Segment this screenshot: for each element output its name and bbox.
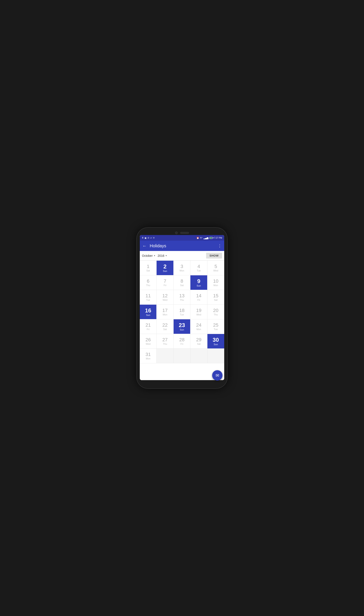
year-select[interactable]: 2016 — [158, 254, 164, 258]
calendar-day-number: 10 — [213, 279, 218, 284]
calendar-day-label: Sun — [214, 343, 218, 346]
calendar-day-label: Tue — [214, 328, 218, 330]
calendar-day-number: 29 — [196, 337, 201, 342]
table-row[interactable]: 28Fri — [174, 334, 190, 349]
table-row[interactable]: 5Wed — [208, 261, 224, 275]
calendar-day-number: 28 — [179, 337, 184, 342]
table-row[interactable]: 9Sun — [190, 275, 207, 290]
calendar-day-label: Sat — [146, 269, 150, 272]
table-row[interactable]: 1Sat — [140, 261, 156, 275]
page-title: Holidays — [150, 243, 218, 248]
table-row[interactable]: 29Sat — [190, 334, 207, 349]
calendar-day-label: Sun — [180, 328, 184, 331]
table-row[interactable]: 13Thu — [174, 290, 190, 305]
front-camera — [175, 232, 178, 234]
calendar-day-label: Tue — [146, 299, 150, 301]
network-type-icon: H⁺ — [200, 237, 202, 239]
table-row[interactable]: 23Sun — [174, 319, 190, 334]
table-row[interactable]: 21Fri — [140, 319, 156, 334]
calendar-day-label: Sat — [163, 328, 167, 330]
month-dropdown-arrow[interactable]: ▾ — [154, 254, 155, 257]
calendar-day-number: 7 — [164, 279, 166, 284]
calendar-day-number: 13 — [179, 293, 184, 298]
table-row — [190, 349, 207, 363]
image-icon: ▣ — [144, 237, 146, 239]
table-row — [174, 349, 190, 363]
signal-icon: ▂▄▆ — [204, 237, 208, 239]
phone-device: 𝕾 ▣ ✆ ↩ ☤ ⏰ H⁺ ▂▄▆ 7:27 PM ← Holidays ⋮ — [137, 228, 227, 388]
calendar-day-number: 11 — [145, 293, 151, 298]
overflow-menu-button[interactable]: ⋮ — [218, 243, 222, 248]
table-row[interactable]: 11Tue — [140, 290, 156, 305]
status-left-icons: 𝕾 ▣ ✆ ↩ ☤ — [142, 236, 155, 239]
calendar-day-label: Wed — [146, 342, 150, 345]
calendar-view: 1Sat2Sun3Mon4Tue5Wed6Thu7Fri8Sat9Sun10Mo… — [140, 260, 224, 380]
table-row[interactable]: 17Mon — [156, 305, 173, 319]
back-button[interactable]: ← — [142, 243, 147, 248]
table-row[interactable]: 12Wed — [156, 290, 173, 305]
calendar-day-label: Wed — [196, 313, 201, 316]
calendar-day-label: Wed — [213, 269, 218, 272]
calendar-day-label: Mon — [180, 269, 184, 272]
table-row[interactable]: 2Sun — [156, 261, 173, 275]
table-row[interactable]: 27Thu — [156, 334, 173, 349]
calendar-day-label: Sun — [197, 284, 201, 287]
calendar-day-number: 25 — [213, 323, 218, 328]
compose-icon: ✉ — [216, 373, 219, 378]
table-row[interactable]: 22Sat — [156, 319, 173, 334]
table-row[interactable]: 14Fri — [190, 290, 207, 305]
calendar-day-number: 4 — [197, 264, 200, 269]
show-button[interactable]: SHOW — [206, 253, 222, 259]
calendar-day-number: 26 — [145, 337, 151, 342]
table-row[interactable]: 26Wed — [140, 334, 156, 349]
month-select[interactable]: October — [142, 254, 153, 258]
calendar-day-number: 23 — [179, 322, 185, 328]
phone-screen: 𝕾 ▣ ✆ ↩ ☤ ⏰ H⁺ ▂▄▆ 7:27 PM ← Holidays ⋮ — [140, 235, 224, 380]
calendar-grid: 1Sat2Sun3Mon4Tue5Wed6Thu7Fri8Sat9Sun10Mo… — [140, 260, 224, 363]
calendar-day-number: 8 — [181, 279, 183, 284]
calendar-day-number: 20 — [213, 308, 218, 313]
table-row[interactable]: 30Sun — [208, 334, 224, 349]
calendar-day-label: Fri — [164, 284, 167, 287]
calendar-day-number: 2 — [163, 264, 167, 269]
time-display: 7:27 PM — [214, 237, 222, 239]
app-bar: ← Holidays ⋮ — [140, 241, 224, 251]
calendar-day-number: 3 — [181, 264, 183, 269]
table-row[interactable]: 20Thu — [208, 305, 224, 319]
earpiece-speaker — [180, 232, 189, 234]
table-row[interactable]: 15Sat — [208, 290, 224, 305]
table-row[interactable]: 6Thu — [140, 275, 156, 290]
table-row[interactable]: 10Mon — [208, 275, 224, 290]
table-row[interactable]: 8Sat — [174, 275, 190, 290]
status-right-area: ⏰ H⁺ ▂▄▆ 7:27 PM — [196, 237, 222, 239]
table-row[interactable]: 7Fri — [156, 275, 173, 290]
calendar-day-label: Thu — [146, 284, 150, 287]
android-icon: ☤ — [153, 237, 155, 239]
calendar-day-label: Mon — [146, 357, 150, 360]
calendar-day-number: 9 — [197, 278, 200, 284]
calendar-day-number: 31 — [145, 352, 151, 357]
table-row[interactable]: 24Mon — [190, 319, 207, 334]
calendar-day-label: Sun — [146, 314, 150, 316]
table-row[interactable]: 4Tue — [190, 261, 207, 275]
table-row[interactable]: 31Mon — [140, 349, 156, 363]
table-row[interactable]: 16Sun — [140, 305, 156, 319]
date-selector-row: October ▾ 2016 ▾ SHOW — [140, 251, 224, 260]
table-row[interactable]: 18Tue — [174, 305, 190, 319]
battery-icon — [209, 237, 213, 239]
calendar-day-label: Mon — [213, 284, 218, 287]
fab-compose-button[interactable]: ✉ — [212, 370, 222, 381]
calendar-day-number: 24 — [196, 323, 201, 328]
calendar-day-label: Mon — [196, 328, 201, 330]
table-row[interactable]: 3Mon — [174, 261, 190, 275]
calendar-day-number: 21 — [145, 323, 151, 328]
phone-top-hardware — [140, 232, 224, 234]
calendar-day-number: 12 — [162, 293, 168, 298]
alarm-icon: ⏰ — [196, 237, 199, 239]
calendar-day-number: 15 — [213, 293, 218, 298]
table-row[interactable]: 25Tue — [208, 319, 224, 334]
table-row[interactable]: 19Wed — [190, 305, 207, 319]
calendar-day-label: Sat — [197, 342, 201, 345]
year-dropdown-arrow[interactable]: ▾ — [166, 254, 167, 257]
calendar-day-number: 18 — [179, 308, 184, 313]
